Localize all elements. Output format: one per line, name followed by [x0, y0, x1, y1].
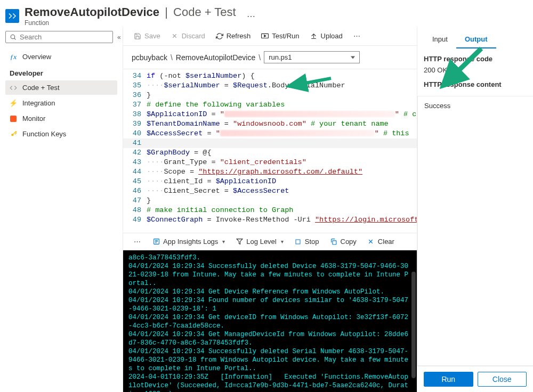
line-number: 36: [123, 91, 147, 100]
sidebar-item-integration[interactable]: ⚡ Integration: [5, 96, 117, 110]
code-line[interactable]: 35····$serialNumber = $Request.Body.seri…: [123, 81, 417, 91]
refresh-icon: [216, 32, 223, 40]
console-output[interactable]: a8c6-3a778453fdf3.04/01/2024 10:29:34 Su…: [123, 250, 417, 392]
code-line[interactable]: 45····client_Id = $ApplicationID: [123, 177, 417, 186]
clear-button[interactable]: Clear: [363, 235, 399, 248]
breadcrumb-seg-1[interactable]: pcbuyback: [132, 53, 167, 62]
line-number: 48: [123, 206, 147, 215]
file-selector[interactable]: run.ps1: [264, 51, 360, 63]
code-line[interactable]: 49$ConnectGraph = Invoke-RestMethod -Uri…: [123, 215, 417, 225]
breadcrumb-seg-2[interactable]: RemoveAutopilotDevice: [176, 53, 255, 62]
key-icon: [10, 130, 17, 138]
redacted-value: [220, 130, 375, 136]
close-button[interactable]: Close: [478, 372, 527, 387]
chevron-down-icon: ▾: [222, 239, 225, 244]
line-number: 47: [123, 196, 147, 206]
line-number: 38: [123, 110, 147, 119]
breadcrumb-sep: \: [259, 53, 261, 62]
save-button[interactable]: Save: [130, 30, 165, 42]
tab-input[interactable]: Input: [424, 32, 456, 48]
lightning-icon: ⚡: [10, 100, 17, 107]
test-run-button[interactable]: Test/Run: [257, 30, 303, 42]
line-number: 45: [123, 177, 147, 186]
console-line: 04/01/2024 10:29:34 Get Device Reference…: [128, 288, 411, 296]
sidebar-item-label: Code + Test: [22, 84, 60, 92]
response-content-value: Success: [424, 102, 450, 110]
code-line[interactable]: 38$ApplicationID = "" # create a: [123, 110, 417, 119]
line-number: 34: [123, 71, 147, 81]
redacted-value: [224, 111, 395, 117]
line-number: 44: [123, 167, 147, 177]
code-line[interactable]: 43····Grant_Type = "client_credentials": [123, 158, 417, 167]
response-code-label: HTTP response code: [424, 55, 527, 63]
function-icon: [5, 9, 19, 23]
console-line: 04/01/2024 10:29:34 Successfully deleted…: [128, 347, 411, 373]
filter-icon: [236, 238, 243, 246]
sidebar-section-developer: Developer: [5, 65, 117, 79]
search-icon: [9, 34, 17, 41]
response-content-box: Success: [417, 96, 533, 366]
stop-button[interactable]: Stop: [290, 235, 324, 248]
code-line[interactable]: 40$AccessSecret = "" # this: [123, 129, 417, 138]
page-subtitle: Function: [25, 19, 236, 27]
log-level-button[interactable]: Log Level ▾: [231, 235, 287, 248]
line-number: 43: [123, 158, 147, 167]
line-number: 39: [123, 119, 147, 129]
line-number: 41: [123, 138, 147, 148]
code-line[interactable]: 46····Client_Secret = $AccessSecret: [123, 186, 417, 196]
code-line[interactable]: 37# define the following variables: [123, 100, 417, 110]
tab-output[interactable]: Output: [456, 32, 496, 48]
search-input[interactable]: [20, 33, 109, 41]
sidebar-item-label: Integration: [22, 99, 55, 107]
sidebar-item-label: Function Keys: [22, 130, 66, 138]
logs-icon: [152, 238, 160, 246]
line-number: 37: [123, 100, 147, 110]
refresh-button[interactable]: Refresh: [212, 30, 255, 42]
sidebar-item-function-keys[interactable]: Function Keys: [5, 127, 117, 141]
test-run-icon: [261, 32, 269, 40]
sidebar-item-overview[interactable]: ƒx Overview: [5, 50, 117, 64]
more-actions-button[interactable]: ⋯: [247, 11, 256, 21]
chevron-down-icon: ▾: [281, 239, 284, 244]
copy-button[interactable]: Copy: [326, 235, 361, 248]
line-number: 40: [123, 129, 147, 138]
search-input-wrapper[interactable]: [5, 31, 113, 43]
copy-icon: [330, 238, 337, 246]
response-content-label: HTTP response content: [424, 80, 527, 88]
code-line[interactable]: 44····Scope = "https://graph.microsoft.c…: [123, 167, 417, 177]
line-number: 35: [123, 81, 147, 91]
response-code-value: 200 OK: [424, 66, 527, 74]
code-line[interactable]: 36}: [123, 91, 417, 100]
upload-button[interactable]: Upload: [306, 30, 347, 42]
monitor-icon: [10, 115, 17, 123]
discard-icon: [171, 32, 179, 40]
page-title: RemoveAutopilotDevice: [25, 5, 159, 19]
toolbar-more-button[interactable]: ⋯: [349, 30, 366, 42]
log-more-button[interactable]: ⋯: [130, 238, 146, 246]
stop-icon: [294, 238, 302, 246]
sidebar-item-monitor[interactable]: Monitor: [5, 111, 117, 126]
code-line[interactable]: 41: [123, 138, 417, 148]
console-line: 04/01/2024 10:29:34 Get ManagedDeviceId …: [128, 330, 411, 347]
scrollbar[interactable]: [411, 272, 416, 378]
svg-rect-7: [333, 241, 336, 244]
line-number: 49: [123, 215, 147, 225]
console-line: a8c6-3a778453fdf3.: [128, 254, 411, 262]
collapse-sidebar-button[interactable]: «: [117, 34, 121, 41]
sidebar-item-code-test[interactable]: Code + Test: [5, 80, 117, 95]
code-line[interactable]: 42$GraphBody = @{: [123, 148, 417, 158]
upload-icon: [310, 32, 318, 40]
code-line[interactable]: 48# make initial connection to Graph: [123, 206, 417, 215]
run-button[interactable]: Run: [424, 372, 473, 387]
app-insights-logs-button[interactable]: App Insights Logs ▾: [148, 235, 229, 248]
code-editor[interactable]: 34if (-not $serialNumber) {35····$serial…: [123, 69, 417, 233]
svg-point-0: [11, 35, 15, 39]
function-small-icon: ƒx: [10, 53, 17, 61]
save-icon: [134, 32, 141, 40]
console-line: 04/01/2024 10:29:34 Successfully deleted…: [128, 262, 411, 288]
discard-button[interactable]: Discard: [167, 30, 209, 42]
code-line[interactable]: 47}: [123, 196, 417, 206]
code-line[interactable]: 34if (-not $serialNumber) {: [123, 71, 417, 81]
line-number: 46: [123, 186, 147, 196]
code-line[interactable]: 39$TenantDomainName = "windowsnoob.com" …: [123, 119, 417, 129]
